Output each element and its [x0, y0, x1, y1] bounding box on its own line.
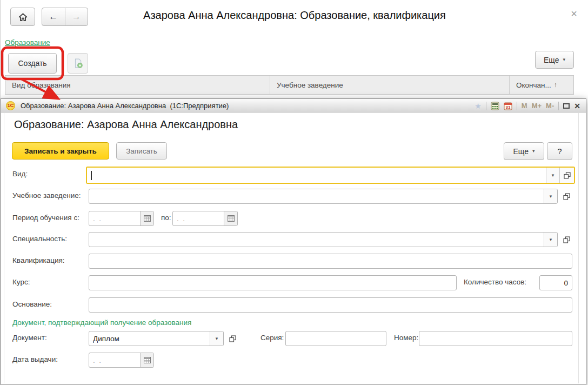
screen: ← → Азарова Анна Александровна: Образова… — [0, 0, 588, 385]
memory-m-plus-button[interactable]: M+ — [532, 102, 542, 110]
copy-document-icon — [73, 58, 83, 68]
maximize-button[interactable] — [563, 103, 570, 109]
vid-dropdown-button[interactable]: ▾ — [546, 168, 559, 183]
open-form-icon — [564, 172, 571, 179]
period-from-calendar-button[interactable] — [140, 211, 153, 225]
institution-label: Учебное заведение: — [12, 191, 81, 200]
series-input[interactable] — [286, 331, 386, 346]
chevron-down-icon: ▾ — [550, 237, 552, 242]
document-section-title: Документ, подтверждающий получение образ… — [12, 318, 191, 327]
period-label: Период обучения с: — [12, 214, 79, 222]
modal-titlebar-title: Образование: Азарова Анна Александровна … — [21, 102, 229, 110]
period-to-input[interactable] — [173, 211, 224, 225]
number-field — [419, 331, 572, 346]
frame-line-left — [4, 113, 4, 383]
copy-button[interactable] — [68, 53, 88, 74]
column-header-graduation[interactable]: Окончан... ↑ — [509, 76, 573, 94]
course-input[interactable] — [89, 276, 456, 290]
series-field — [285, 331, 386, 346]
help-button[interactable]: ? — [547, 142, 572, 160]
text-cursor — [91, 171, 92, 180]
parent-window: ← → Азарова Анна Александровна: Образова… — [1, 0, 588, 98]
column-label: Окончан... — [516, 81, 551, 89]
period-to-field — [172, 211, 238, 226]
chevron-down-icon: ▾ — [216, 336, 218, 341]
education-section-link[interactable]: Образование — [5, 38, 50, 47]
basis-input[interactable] — [89, 298, 572, 312]
open-form-icon — [563, 236, 570, 243]
issue-date-input[interactable] — [89, 353, 140, 367]
specialty-label: Специальность: — [12, 235, 67, 243]
modal-close-button[interactable]: ✕ — [574, 102, 580, 110]
issue-date-calendar-button[interactable] — [140, 353, 153, 367]
specialty-input[interactable] — [89, 233, 544, 247]
document-field: ▾ — [89, 331, 224, 346]
create-button[interactable]: Создать — [8, 53, 57, 74]
modal-more-button[interactable]: Еще ▾ — [504, 142, 544, 160]
open-form-icon — [563, 193, 570, 200]
column-header-institution[interactable]: Учебное заведение — [270, 76, 509, 94]
modal-heading: Образование: Азарова Анна Александровна — [14, 118, 238, 131]
calendar-button[interactable]: 31 — [504, 102, 512, 110]
specialty-field: ▾ — [89, 232, 558, 247]
vid-input[interactable] — [87, 168, 546, 183]
save-close-button[interactable]: Записать и закрыть — [12, 142, 109, 160]
series-label: Серия: — [260, 334, 284, 342]
document-input[interactable] — [89, 331, 210, 346]
vid-field: ▾ — [86, 167, 575, 184]
modal-window: 1С Образование: Азарова Анна Александров… — [1, 98, 586, 385]
hours-field — [539, 275, 572, 290]
open-form-icon — [229, 335, 236, 342]
specialty-open-button[interactable] — [560, 233, 573, 246]
issue-date-field — [89, 353, 154, 368]
calendar-picker-icon — [144, 215, 151, 222]
separator — [517, 102, 517, 110]
column-label: Вид образования — [12, 81, 71, 89]
column-header-education-type[interactable]: Вид образования — [5, 76, 270, 94]
institution-open-button[interactable] — [560, 190, 573, 203]
course-label: Курс: — [12, 278, 30, 286]
page-title: Азарова Анна Александровна: Образование,… — [1, 9, 588, 22]
frame-line-right — [578, 113, 579, 383]
specialty-dropdown-button[interactable]: ▾ — [544, 233, 557, 247]
period-from-input[interactable] — [89, 211, 140, 225]
save-button[interactable]: Записать — [116, 142, 167, 160]
chevron-down-icon: ▾ — [532, 149, 535, 154]
memory-m-minus-button[interactable]: M- — [546, 102, 554, 110]
period-to-calendar-button[interactable] — [224, 211, 237, 225]
qualification-input[interactable] — [89, 254, 572, 268]
qualification-field — [89, 254, 572, 269]
document-open-button[interactable] — [226, 332, 239, 345]
number-label: Номер: — [394, 334, 418, 342]
vid-label: Вид: — [12, 170, 28, 178]
table-header: Вид образования Учебное заведение Оконча… — [5, 75, 574, 95]
hours-input[interactable] — [540, 276, 572, 290]
svg-text:31: 31 — [505, 105, 510, 110]
document-label: Документ: — [12, 334, 47, 342]
vid-open-button[interactable] — [559, 168, 574, 183]
period-to-label: по: — [161, 214, 171, 222]
favorites-star-button[interactable]: ★ — [475, 102, 482, 110]
modal-titlebar: 1С Образование: Азарова Анна Александров… — [1, 99, 586, 112]
institution-input[interactable] — [89, 189, 544, 203]
basis-field — [89, 297, 572, 313]
separator — [558, 102, 559, 110]
institution-dropdown-button[interactable]: ▾ — [544, 189, 557, 203]
parent-close-button[interactable]: × — [568, 8, 580, 19]
calculator-button[interactable] — [491, 102, 499, 110]
chevron-down-icon: ▾ — [550, 194, 552, 199]
basis-label: Основание: — [12, 300, 52, 308]
institution-field: ▾ — [89, 189, 558, 204]
document-dropdown-button[interactable]: ▾ — [210, 331, 223, 346]
chevron-down-icon: ▾ — [552, 173, 554, 178]
period-from-field — [89, 211, 154, 226]
hours-label: Количество часов: — [464, 278, 526, 286]
separator — [486, 102, 486, 110]
memory-m-button[interactable]: M — [522, 102, 527, 110]
qualification-label: Квалификация: — [12, 256, 65, 264]
number-input[interactable] — [419, 331, 572, 346]
chevron-down-icon: ▾ — [563, 57, 565, 62]
1c-logo-icon: 1С — [6, 101, 15, 110]
parent-more-button[interactable]: Еще ▾ — [535, 51, 574, 69]
calendar-picker-icon — [228, 215, 235, 222]
